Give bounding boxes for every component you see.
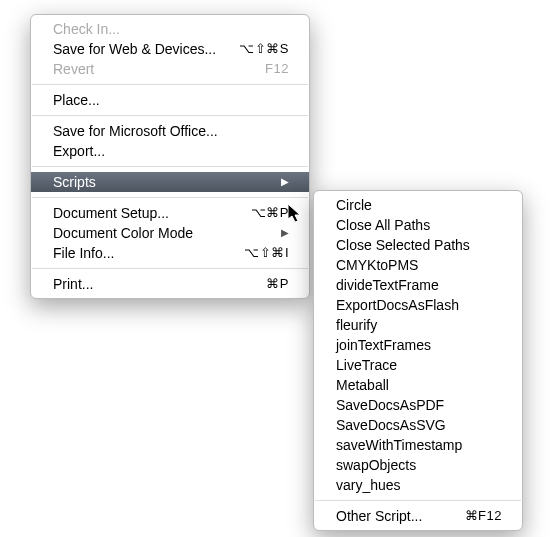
menu-item-label: joinTextFrames bbox=[336, 335, 431, 355]
menu-item-label: Close Selected Paths bbox=[336, 235, 470, 255]
menu-item-label: SaveDocsAsPDF bbox=[336, 395, 444, 415]
submenu-item-cmyktopms[interactable]: CMYKtoPMS bbox=[314, 255, 522, 275]
scripts-submenu: Circle Close All Paths Close Selected Pa… bbox=[313, 190, 523, 531]
submenu-item-close-all-paths[interactable]: Close All Paths bbox=[314, 215, 522, 235]
menu-item-label: Scripts bbox=[53, 172, 96, 192]
menu-item-export[interactable]: Export... bbox=[31, 141, 309, 161]
menu-item-label: LiveTrace bbox=[336, 355, 397, 375]
menu-separator bbox=[32, 197, 308, 198]
menu-item-save-for-ms-office[interactable]: Save for Microsoft Office... bbox=[31, 121, 309, 141]
menu-item-shortcut: ⌘F12 bbox=[465, 506, 502, 526]
submenu-item-savedocsassvg[interactable]: SaveDocsAsSVG bbox=[314, 415, 522, 435]
menu-item-label: File Info... bbox=[53, 243, 114, 263]
menu-item-revert: Revert F12 bbox=[31, 59, 309, 79]
menu-item-shortcut: ⌥⇧⌘I bbox=[244, 243, 289, 263]
menu-item-label: fleurify bbox=[336, 315, 377, 335]
submenu-item-dividetextframe[interactable]: divideTextFrame bbox=[314, 275, 522, 295]
menu-item-label: CMYKtoPMS bbox=[336, 255, 418, 275]
submenu-item-savewithtimestamp[interactable]: saveWithTimestamp bbox=[314, 435, 522, 455]
menu-item-label: Check In... bbox=[53, 19, 120, 39]
menu-item-label: Document Setup... bbox=[53, 203, 169, 223]
file-menu: Check In... Save for Web & Devices... ⌥⇧… bbox=[30, 14, 310, 299]
menu-item-document-setup[interactable]: Document Setup... ⌥⌘P bbox=[31, 203, 309, 223]
submenu-item-vary-hues[interactable]: vary_hues bbox=[314, 475, 522, 495]
menu-item-label: Place... bbox=[53, 90, 100, 110]
menu-item-shortcut: ⌥⇧⌘S bbox=[239, 39, 289, 59]
submenu-item-other-script[interactable]: Other Script... ⌘F12 bbox=[314, 506, 522, 526]
menu-item-label: Save for Microsoft Office... bbox=[53, 121, 218, 141]
menu-separator bbox=[32, 166, 308, 167]
menu-item-check-in: Check In... bbox=[31, 19, 309, 39]
menu-item-label: Print... bbox=[53, 274, 93, 294]
menu-item-label: saveWithTimestamp bbox=[336, 435, 462, 455]
submenu-item-circle[interactable]: Circle bbox=[314, 195, 522, 215]
menu-separator bbox=[32, 84, 308, 85]
menu-item-shortcut: ⌥⌘P bbox=[251, 203, 289, 223]
menu-item-shortcut: ⌘P bbox=[266, 274, 289, 294]
menu-item-label: Other Script... bbox=[336, 506, 422, 526]
menu-item-file-info[interactable]: File Info... ⌥⇧⌘I bbox=[31, 243, 309, 263]
submenu-arrow-icon: ▶ bbox=[281, 172, 289, 192]
menu-item-label: ExportDocsAsFlash bbox=[336, 295, 459, 315]
menu-separator bbox=[32, 268, 308, 269]
menu-item-label: Close All Paths bbox=[336, 215, 430, 235]
menu-item-shortcut: F12 bbox=[265, 59, 289, 79]
menu-item-label: Revert bbox=[53, 59, 94, 79]
menu-item-label: Metaball bbox=[336, 375, 389, 395]
menu-item-label: vary_hues bbox=[336, 475, 401, 495]
menu-item-label: Document Color Mode bbox=[53, 223, 193, 243]
submenu-item-jointextframes[interactable]: joinTextFrames bbox=[314, 335, 522, 355]
menu-item-document-color-mode[interactable]: Document Color Mode ▶ bbox=[31, 223, 309, 243]
submenu-item-metaball[interactable]: Metaball bbox=[314, 375, 522, 395]
menu-item-label: Circle bbox=[336, 195, 372, 215]
submenu-item-fleurify[interactable]: fleurify bbox=[314, 315, 522, 335]
submenu-item-savedocsaspdf[interactable]: SaveDocsAsPDF bbox=[314, 395, 522, 415]
menu-item-label: Save for Web & Devices... bbox=[53, 39, 216, 59]
menu-item-label: divideTextFrame bbox=[336, 275, 439, 295]
menu-item-label: swapObjects bbox=[336, 455, 416, 475]
submenu-arrow-icon: ▶ bbox=[281, 223, 289, 243]
menu-separator bbox=[32, 115, 308, 116]
menu-separator bbox=[315, 500, 521, 501]
menu-item-label: Export... bbox=[53, 141, 105, 161]
submenu-item-close-selected-paths[interactable]: Close Selected Paths bbox=[314, 235, 522, 255]
menu-item-scripts[interactable]: Scripts ▶ bbox=[31, 172, 309, 192]
menu-item-label: SaveDocsAsSVG bbox=[336, 415, 446, 435]
submenu-item-exportdocsasflash[interactable]: ExportDocsAsFlash bbox=[314, 295, 522, 315]
submenu-item-swapobjects[interactable]: swapObjects bbox=[314, 455, 522, 475]
menu-item-save-for-web[interactable]: Save for Web & Devices... ⌥⇧⌘S bbox=[31, 39, 309, 59]
menu-item-print[interactable]: Print... ⌘P bbox=[31, 274, 309, 294]
menu-item-place[interactable]: Place... bbox=[31, 90, 309, 110]
submenu-item-livetrace[interactable]: LiveTrace bbox=[314, 355, 522, 375]
